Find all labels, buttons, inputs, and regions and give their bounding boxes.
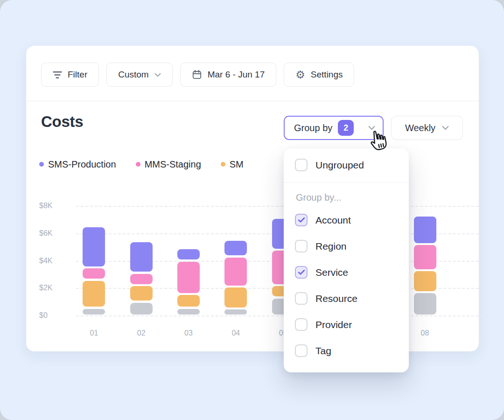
y-axis-tick-label: $8K <box>39 201 72 210</box>
menu-item-ungrouped[interactable]: Ungrouped <box>295 159 364 171</box>
menu-item-account[interactable]: Account <box>295 214 351 226</box>
bar-segment[interactable] <box>177 262 200 293</box>
ungrouped-label: Ungrouped <box>315 160 364 171</box>
tag-checkbox[interactable] <box>295 344 308 357</box>
x-axis-tick-label: 01 <box>77 329 110 337</box>
region-checkbox[interactable] <box>295 240 308 252</box>
bar-segment[interactable] <box>177 309 200 315</box>
account-checkbox[interactable] <box>295 214 308 226</box>
gridline <box>76 206 488 207</box>
bar-segment[interactable] <box>414 217 436 243</box>
bar-segment[interactable] <box>414 271 436 291</box>
bar-segment[interactable] <box>224 241 247 255</box>
x-axis-tick-label: 02 <box>125 329 158 337</box>
y-axis-tick-label: $2K <box>39 283 72 293</box>
bar-segment[interactable] <box>130 303 153 315</box>
bar-segment[interactable] <box>130 242 153 272</box>
menu-item-provider[interactable]: Provider <box>295 318 352 331</box>
stacked-bar-chart: $8K$6K$4K$2K$00102030405060708 <box>26 46 479 351</box>
group-by-dropdown-menu: Ungrouped Group by... AccountRegionServi… <box>284 148 409 372</box>
menu-item-label: Account <box>315 215 351 226</box>
menu-item-label: Tag <box>315 345 331 357</box>
menu-item-resource[interactable]: Resource <box>295 292 357 305</box>
bar-segment[interactable] <box>130 286 153 301</box>
resource-checkbox[interactable] <box>295 292 308 305</box>
bar-segment[interactable] <box>83 309 105 315</box>
y-axis-tick-label: $6K <box>39 229 72 238</box>
menu-item-label: Service <box>315 267 348 278</box>
bar-segment[interactable] <box>224 287 247 308</box>
bar-segment[interactable] <box>224 309 247 314</box>
bar-segment[interactable] <box>414 245 436 269</box>
menu-item-label: Region <box>315 241 347 252</box>
y-axis-tick-label: $4K <box>39 256 72 266</box>
menu-item-label: Resource <box>315 293 357 304</box>
menu-item-tag[interactable]: Tag <box>295 344 331 357</box>
x-axis-tick-label: 08 <box>409 329 441 337</box>
menu-item-label: Provider <box>315 319 352 330</box>
group-by-section-label: Group by... <box>296 192 341 203</box>
menu-item-service[interactable]: Service <box>295 266 348 279</box>
provider-checkbox[interactable] <box>295 318 308 331</box>
gridline <box>76 315 488 316</box>
service-checkbox[interactable] <box>295 266 308 279</box>
costs-panel: Filter Custom Mar 6 - Jun 17 ⚙ Settings … <box>26 46 479 351</box>
y-axis-tick-label: $0 <box>39 311 72 320</box>
x-axis-tick-label: 03 <box>172 329 205 337</box>
bar-segment[interactable] <box>83 227 105 266</box>
bar-segment[interactable] <box>130 274 153 284</box>
menu-item-region[interactable]: Region <box>295 240 347 252</box>
ungrouped-checkbox[interactable] <box>295 159 308 171</box>
bar-segment[interactable] <box>177 295 200 307</box>
x-axis-tick-label: 04 <box>219 329 252 337</box>
bar-segment[interactable] <box>177 249 200 259</box>
menu-divider <box>284 182 409 182</box>
bar-segment[interactable] <box>414 293 436 314</box>
bar-segment[interactable] <box>83 268 105 279</box>
bar-segment[interactable] <box>83 281 105 307</box>
bar-segment[interactable] <box>224 258 247 286</box>
app-background: Filter Custom Mar 6 - Jun 17 ⚙ Settings … <box>0 0 504 420</box>
